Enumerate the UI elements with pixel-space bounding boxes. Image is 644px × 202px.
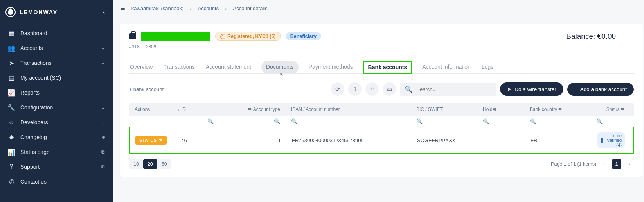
- tab-documents[interactable]: Documents↖: [261, 61, 299, 74]
- cursor-icon: ↖: [280, 72, 283, 77]
- col-account-type[interactable]: ☰Account type: [219, 107, 286, 112]
- nav-icon: ▦: [8, 30, 15, 37]
- chevron-right-icon: ›: [190, 5, 191, 11]
- search-icon[interactable]: 🔍: [207, 118, 214, 124]
- nav-icon: ✸: [8, 134, 15, 141]
- page-number[interactable]: 1: [612, 159, 621, 169]
- col-status[interactable]: Status ☰: [591, 107, 634, 112]
- tab-logs[interactable]: Logs: [481, 61, 494, 74]
- sidebar-item-my-account-sc-[interactable]: ▤My account (SC): [3, 70, 110, 85]
- export-icon[interactable]: ⇩: [348, 82, 362, 96]
- shield-icon: [601, 138, 603, 143]
- row-type: 1: [220, 138, 286, 143]
- chevron-down-icon: ⌄: [101, 60, 105, 66]
- nav-icon: ➤: [8, 59, 15, 66]
- main-area: ≡ kawaamirakl (sandbox) › Accounts › Acc…: [113, 0, 644, 202]
- tabs: OverviewTransactionsAccount statementDoc…: [129, 61, 634, 74]
- filter-icon: ☰: [248, 107, 252, 112]
- balance-value: Balance: €0.00: [566, 32, 616, 41]
- sidebar-item-accounts[interactable]: 👥Accounts⌄: [3, 41, 110, 55]
- sidebar-item-dashboard[interactable]: ▦Dashboard: [3, 26, 110, 41]
- more-menu-icon[interactable]: ⋮: [626, 32, 634, 41]
- row-id: 146: [173, 138, 220, 143]
- next-page-button[interactable]: ›: [624, 159, 634, 169]
- crumb-current: Account details: [233, 5, 268, 11]
- crumb-env[interactable]: kawaamirakl (sandbox): [131, 5, 184, 11]
- nav-label: My account (SC): [20, 75, 105, 81]
- external-link-icon: ⧉: [101, 149, 105, 155]
- search-icon[interactable]: 🔍: [291, 118, 297, 124]
- nav-label: Support: [20, 164, 94, 170]
- sidebar-collapse-button[interactable]: ‹: [103, 9, 105, 16]
- page-size-20[interactable]: 20: [143, 159, 157, 169]
- sidebar-item-status-page[interactable]: 📊Status page⧉: [3, 145, 110, 159]
- wire-transfer-button[interactable]: ➤ Do a wire transfer: [500, 82, 563, 96]
- page-size-50[interactable]: 50: [157, 159, 171, 169]
- chevron-down-icon: ⌄: [101, 45, 105, 51]
- wire-label: Do a wire transfer: [514, 86, 556, 92]
- search-icon[interactable]: 🔍: [596, 118, 603, 124]
- col-bic[interactable]: BIC / SWIFT: [411, 107, 477, 112]
- pagination: 102050 Page 1 of 1 (1 items) ‹ 1 ›: [129, 159, 634, 169]
- page-size-10[interactable]: 10: [129, 159, 143, 169]
- account-internal-id: #318: [129, 44, 140, 50]
- sidebar-item-configuration[interactable]: 🔧Configuration⌄: [3, 100, 110, 115]
- verify-pill: To be verified (4): [597, 132, 625, 148]
- sidebar-item-reports[interactable]: 📈Reports: [3, 85, 110, 100]
- role-pill: Beneficiary: [286, 32, 321, 40]
- search-icon[interactable]: 🔍: [274, 118, 280, 124]
- row-iban: FR7630004000031234567890l: [286, 138, 412, 143]
- add-bank-account-button[interactable]: + Add a bank account: [567, 83, 634, 96]
- account-panel: Registered, KYC1 (5) Beneficiary Balance…: [120, 24, 643, 177]
- col-country[interactable]: Bank country ☰: [524, 107, 591, 112]
- chevron-down-icon: ⌄: [101, 120, 105, 125]
- search-icon[interactable]: 🔍: [530, 118, 536, 124]
- sidebar-item-contact-us[interactable]: ✆Contact us: [3, 174, 110, 189]
- tab-bank-accounts[interactable]: Bank accounts: [363, 61, 412, 74]
- menu-icon[interactable]: ≡: [121, 4, 125, 13]
- col-id[interactable]: ↓ID: [172, 107, 219, 112]
- crumb-accounts[interactable]: Accounts: [198, 5, 219, 11]
- col-iban[interactable]: IBAN / Account number: [286, 107, 411, 112]
- undo-icon[interactable]: ↶: [365, 82, 379, 96]
- nav-icon: ?: [8, 163, 15, 170]
- nav-icon: ▤: [8, 74, 15, 81]
- status-btn-label: STATUS: [139, 138, 157, 143]
- topbar: ≡ kawaamirakl (sandbox) › Accounts › Acc…: [113, 0, 644, 17]
- search-icon[interactable]: 🔍: [416, 118, 423, 124]
- sidebar: LEMONWAY ‹ ▦Dashboard👥Accounts⌄➤Transact…: [0, 0, 113, 202]
- table-row[interactable]: STATUS ✎ 146 1 FR7630004000031234567890l…: [129, 127, 634, 154]
- nav-icon: 👥: [8, 45, 15, 52]
- account-external-id: 2309: [146, 44, 157, 50]
- pencil-icon: ✎: [159, 138, 163, 143]
- plus-icon: +: [574, 86, 577, 92]
- sidebar-item-support[interactable]: ?Support⧉: [3, 159, 110, 174]
- row-bic: SOGEFRPPXXX: [412, 138, 478, 143]
- prev-page-button[interactable]: ‹: [599, 159, 609, 169]
- tab-payment-methods[interactable]: Payment methods: [308, 61, 354, 74]
- tab-transactions[interactable]: Transactions: [163, 61, 196, 74]
- search-field[interactable]: 🔍: [400, 83, 496, 96]
- external-link-icon: ⧉: [101, 164, 105, 170]
- sidebar-item-changelog[interactable]: ✸Changelog: [3, 130, 110, 145]
- tab-account-information[interactable]: Account information: [421, 61, 471, 74]
- nav-icon: 📈: [8, 89, 15, 96]
- sidebar-item-transactions[interactable]: ➤Transactions⌄: [3, 55, 110, 70]
- columns-icon[interactable]: ▭: [383, 82, 396, 96]
- refresh-icon[interactable]: ⟳: [331, 82, 344, 96]
- nav-label: Developers: [20, 119, 95, 125]
- col-actions: Actions: [129, 107, 172, 112]
- send-icon: ➤: [507, 86, 512, 92]
- row-count: 1 bank account: [129, 86, 164, 92]
- logo-icon: [5, 7, 16, 17]
- sidebar-item-developers[interactable]: ‹›Developers⌄: [3, 115, 110, 130]
- col-holder[interactable]: Holder: [477, 107, 524, 112]
- tab-account-statement[interactable]: Account statement: [205, 61, 252, 74]
- tab-overview[interactable]: Overview: [129, 61, 153, 74]
- search-input[interactable]: [416, 86, 491, 92]
- chevron-down-icon: ⌄: [101, 105, 105, 110]
- row-status-button[interactable]: STATUS ✎: [135, 136, 167, 145]
- nav-label: Transactions: [20, 60, 95, 66]
- brand-logo: LEMONWAY: [5, 7, 58, 17]
- search-icon[interactable]: 🔍: [483, 118, 489, 124]
